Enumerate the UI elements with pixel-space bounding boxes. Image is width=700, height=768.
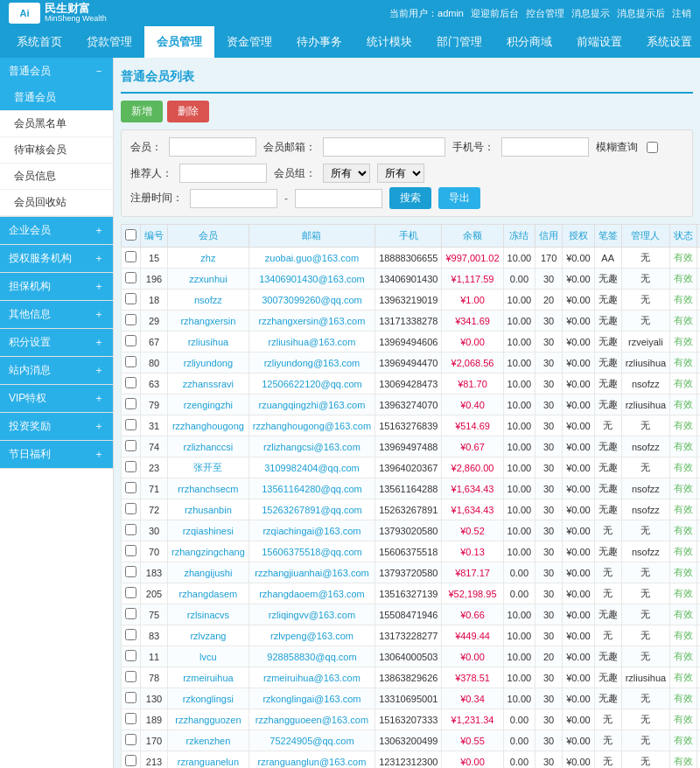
sidebar-section-vip-header[interactable]: VIP特权 ＋ [0,385,113,412]
row-checkbox[interactable] [125,629,136,640]
member-link[interactable]: rzzhanghougong [172,421,244,431]
nav-member[interactable]: 会员管理 [144,26,214,58]
email-link[interactable]: 928858830@qq.com [267,652,356,662]
row-checkbox[interactable] [125,335,136,346]
group-select2[interactable]: 所有 [377,164,424,183]
member-link[interactable]: rzengingzhi [184,400,233,410]
row-checkbox[interactable] [125,692,136,703]
row-checkbox[interactable] [125,524,136,535]
phone-input[interactable] [501,137,589,157]
email-link[interactable]: 3109982404@qq.com [264,463,359,473]
nav-link-msg2[interactable]: 消息提示后 [617,7,665,20]
row-checkbox[interactable] [125,482,136,493]
member-link[interactable]: rzhangzingchang [172,547,245,557]
sidebar-section-other-header[interactable]: 其他信息 ＋ [0,301,113,328]
row-checkbox[interactable] [125,503,136,514]
sidebar-item-recycle[interactable]: 会员回收站 [0,190,113,216]
email-input[interactable] [323,137,445,157]
row-checkbox[interactable] [125,251,136,262]
referrer-input[interactable] [179,164,267,183]
select-all-checkbox[interactable] [125,229,136,241]
search-button[interactable]: 搜索 [389,187,431,209]
member-link[interactable]: rzmeiruihua [183,673,233,683]
export-button[interactable]: 导出 [438,187,480,209]
email-link[interactable]: rzliqingvv@163.com [269,610,355,620]
member-link[interactable]: rrzhanchsecm [178,484,238,494]
row-checkbox[interactable] [125,608,136,619]
email-link[interactable]: rzhangdaoem@163.com [259,589,365,599]
nav-link-logout[interactable]: 注销 [672,7,691,20]
sidebar-section-points-header[interactable]: 积分设置 ＋ [0,329,113,356]
member-link[interactable]: rzranguanelun [178,757,239,767]
fuzzy-checkbox[interactable] [647,142,658,153]
member-link[interactable]: 张开至 [193,462,222,472]
sidebar-item-normal-member[interactable]: 普通会员 [0,85,113,111]
row-checkbox[interactable] [125,713,136,724]
nav-link-control[interactable]: 控台管理 [526,7,564,20]
sidebar-section-holiday-header[interactable]: 节日福利 ＋ [0,441,113,468]
sidebar-section-reward-header[interactable]: 投资奖励 ＋ [0,413,113,440]
member-link[interactable]: rzqiashinesi [183,526,234,536]
email-link[interactable]: 15606375518@qq.com [262,547,362,557]
member-link[interactable]: rzhangxersin [180,316,235,326]
email-link[interactable]: 30073099260@qq.com [262,295,362,305]
email-link[interactable]: rzliusihua@163.com [269,337,356,347]
member-link[interactable]: nsofzz [194,295,222,305]
sidebar-section-normal-header[interactable]: 普通会员 － [0,58,113,85]
regtime-end[interactable] [295,189,382,208]
nav-points[interactable]: 积分商域 [494,26,564,58]
nav-stat[interactable]: 统计模块 [354,26,424,58]
member-link[interactable]: zzxunhui [189,274,227,284]
email-link[interactable]: rzkonglingai@163.com [262,694,360,704]
row-checkbox[interactable] [125,398,136,409]
member-link[interactable]: rzlizhanccsi [183,442,233,452]
nav-task[interactable]: 待办事务 [284,26,354,58]
row-checkbox[interactable] [125,314,136,325]
member-link[interactable]: rzkenzhen [186,736,231,746]
add-button[interactable]: 新增 [121,101,163,122]
row-checkbox[interactable] [125,356,136,367]
sidebar-item-info[interactable]: 会员信息 [0,164,113,190]
row-checkbox[interactable] [125,440,136,451]
delete-button[interactable]: 删除 [167,101,209,122]
row-checkbox[interactable] [125,461,136,472]
nav-loan[interactable]: 贷款管理 [74,26,144,58]
nav-dept[interactable]: 部门管理 [424,26,494,58]
row-checkbox[interactable] [125,377,136,388]
nav-fund[interactable]: 资金管理 [214,26,284,58]
email-link[interactable]: 75224905@qq.com [270,736,354,746]
row-checkbox[interactable] [125,545,136,556]
email-link[interactable]: rzranguanglun@163.com [258,757,367,767]
email-link[interactable]: rzzhanghougong@163.com [253,421,371,431]
member-link[interactable]: rzliyundong [184,358,233,368]
row-checkbox[interactable] [125,755,136,766]
sidebar-section-guarantee-header[interactable]: 担保机构 ＋ [0,273,113,300]
sidebar-item-blacklist[interactable]: 会员黑名单 [0,111,113,137]
email-link[interactable]: rzlvpeng@163.com [270,631,354,641]
email-link[interactable]: 15263267891@qq.com [262,505,362,515]
member-link[interactable]: zhangijushi [184,568,232,578]
member-link[interactable]: zzhanssravi [183,379,234,389]
member-link[interactable]: rzhusanbin [185,505,232,515]
email-link[interactable]: rzzhangguoeen@163.com [256,715,368,725]
nav-system[interactable]: 系统设置 [634,26,700,58]
member-link[interactable]: rzkonglingsi [183,694,234,704]
regtime-start[interactable] [190,189,277,208]
email-link[interactable]: rzqiachingai@163.com [262,526,360,536]
nav-link-backend[interactable]: 迎迎前后台 [471,7,519,20]
sidebar-section-msg-header[interactable]: 站内消息 ＋ [0,357,113,384]
row-checkbox[interactable] [125,671,136,682]
member-input[interactable] [169,137,256,157]
member-link[interactable]: rzlsinacvs [187,610,229,620]
sidebar-section-auth-header[interactable]: 授权服务机构 ＋ [0,245,113,272]
email-link[interactable]: rzzhangjiuanhai@163.com [255,568,368,578]
row-checkbox[interactable] [125,293,136,304]
nav-frontend[interactable]: 前端设置 [564,26,634,58]
member-link[interactable]: rzzhangguozen [175,715,241,725]
member-link[interactable]: rzlvzang [190,631,226,641]
email-link[interactable]: 13406901430@163.com [259,274,365,284]
nav-link-msg1[interactable]: 消息提示 [571,7,610,20]
sidebar-item-pending[interactable]: 待审核会员 [0,137,113,164]
row-checkbox[interactable] [125,272,136,283]
nav-home[interactable]: 系统首页 [4,26,74,58]
